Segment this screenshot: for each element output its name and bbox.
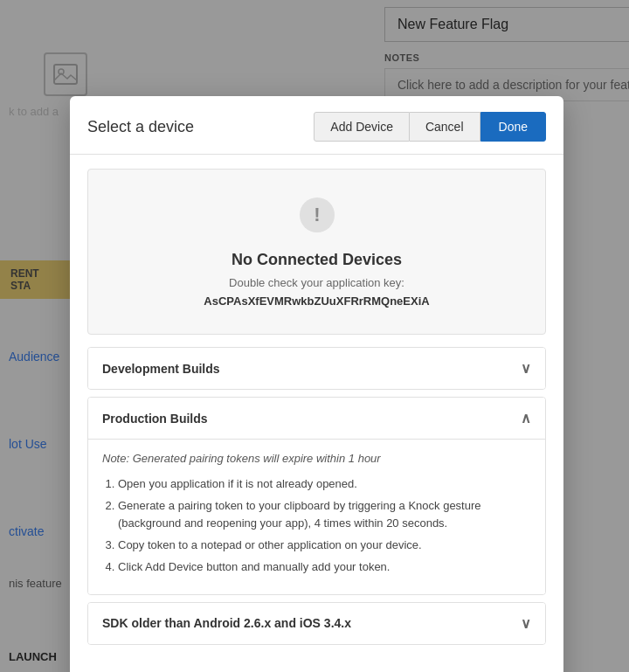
no-devices-card: ! No Connected Devices Double check your… [87,169,546,335]
sdk-older-accordion: SDK older than Android 2.6.x and iOS 3.4… [87,602,546,645]
no-devices-title: No Connected Devices [106,251,528,269]
modal-title: Select a device [87,118,194,136]
done-button[interactable]: Done [480,112,546,142]
production-builds-content: Note: Generated pairing tokens will expi… [88,439,545,594]
sdk-older-label: SDK older than Android 2.6.x and iOS 3.4… [102,616,351,630]
production-builds-header[interactable]: Production Builds [88,398,545,439]
step-2: Generate a pairing token to your clipboa… [118,497,531,534]
no-devices-icon: ! [106,196,528,242]
add-device-button[interactable]: Add Device [314,112,410,142]
development-builds-chevron [521,360,531,377]
sdk-older-header[interactable]: SDK older than Android 2.6.x and iOS 3.4… [88,603,545,644]
svg-text:!: ! [314,204,320,225]
production-builds-accordion: Production Builds Note: Generated pairin… [87,397,546,595]
modal-actions: Add Device Cancel Done [314,112,546,142]
production-builds-steps: Open you application if it is not alread… [102,475,531,577]
modal-body: ! No Connected Devices Double check your… [70,155,563,666]
step-4: Click Add Device button and manually add… [118,558,531,577]
production-builds-note: Note: Generated pairing tokens will expi… [102,450,531,468]
production-builds-chevron [521,410,531,426]
development-builds-accordion: Development Builds [87,347,546,390]
step-1: Open you application if it is not alread… [118,475,531,494]
development-builds-label: Development Builds [102,362,220,376]
select-device-modal: Select a device Add Device Cancel Done !… [70,96,563,672]
modal-header: Select a device Add Device Cancel Done [70,96,563,155]
sdk-older-chevron [521,615,531,632]
production-builds-label: Production Builds [102,412,208,426]
step-3: Copy token to a notepad or other applica… [118,537,531,555]
no-devices-subtitle: Double check your application key: [106,276,528,289]
app-key: AsCPAsXfEVMRwkbZUuXFRrRMQneEXiA [106,294,528,308]
modal-footer: For more help, visit our troubleshooting… [70,666,563,672]
cancel-button[interactable]: Cancel [410,112,480,142]
development-builds-header[interactable]: Development Builds [88,348,545,389]
